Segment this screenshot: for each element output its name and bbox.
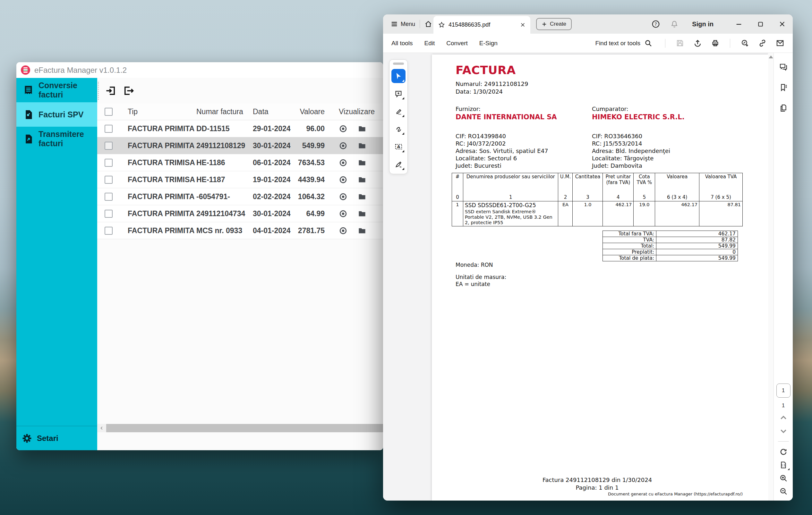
menu-button[interactable]: Menu — [391, 14, 415, 34]
star-icon[interactable] — [438, 22, 445, 28]
table-row[interactable]: FACTURA TRIMISA HE-1186 06-01-2024 7634.… — [97, 154, 383, 171]
link-icon[interactable] — [758, 39, 767, 48]
previous-page-icon[interactable] — [779, 414, 788, 422]
buyer-block: Cumparator: HIMEKO ELECTRIC S.R.L. CIF: … — [592, 105, 685, 169]
bookmarks-panel-icon[interactable] — [779, 83, 788, 92]
eye-icon[interactable] — [339, 192, 347, 201]
bell-icon[interactable] — [670, 20, 678, 28]
next-page-icon[interactable] — [779, 427, 788, 435]
sidebar-item-label: Facturi SPV — [38, 110, 83, 119]
pdf-viewer-window: Menu 4154886635.pdf Create ? Sign in — [383, 14, 793, 501]
print-icon[interactable] — [711, 39, 720, 48]
row-checkbox[interactable] — [105, 227, 113, 235]
folder-icon[interactable] — [358, 192, 367, 201]
table-row[interactable]: FACTURA PRIMITA 249112108129 30-01-2024 … — [97, 137, 383, 154]
pdf-page: FACTURA Numarul: 249112108129 Data: 1/30… — [432, 55, 769, 501]
table-row[interactable]: FACTURA PRIMITA -6054791- 02-02-2024 106… — [97, 188, 383, 205]
totals-row: Total de plata: 549.99 — [603, 255, 738, 261]
help-icon[interactable]: ? — [651, 20, 660, 28]
row-checkbox[interactable] — [105, 159, 113, 167]
draw-tool[interactable] — [392, 122, 406, 136]
add-text-tool[interactable]: A — [392, 140, 406, 154]
sidebar-item-conversie-facturi[interactable]: Conversie facturi — [17, 78, 97, 102]
cell-tip: FACTURA TRIMISA — [128, 158, 196, 167]
page-fit-icon[interactable]: 1:1 — [779, 461, 788, 469]
total-value: 462.17 — [657, 231, 738, 237]
eye-icon[interactable] — [339, 124, 347, 133]
sidebar-item-setari[interactable]: Setari — [17, 426, 97, 450]
horizontal-scrollbar[interactable] — [97, 424, 383, 432]
fill-sign-tool[interactable] — [392, 157, 406, 171]
palette-drag-handle[interactable] — [393, 63, 404, 65]
table-row[interactable]: FACTURA PRIMITA MCS nr. 0933 04-01-2024 … — [97, 222, 383, 239]
supplier-label: Furnizor: — [456, 105, 557, 113]
cell-numar: 249112108129 — [196, 142, 253, 150]
rotate-page-icon[interactable] — [779, 448, 788, 456]
email-icon[interactable] — [776, 39, 784, 48]
supplier-detail-line: CIF: RO14399840 — [456, 132, 557, 140]
row-checkbox[interactable] — [105, 193, 113, 201]
eye-icon[interactable] — [339, 158, 347, 167]
total-value: 549.99 — [657, 255, 738, 261]
eye-icon[interactable] — [339, 142, 347, 150]
page-number-input[interactable]: 1 — [776, 384, 790, 398]
folder-icon[interactable] — [358, 226, 367, 235]
cell-valoare: 64.99 — [294, 209, 325, 218]
table-row[interactable]: FACTURA PRIMITA 249112104734 30-01-2024 … — [97, 205, 383, 222]
row-checkbox[interactable] — [105, 210, 113, 218]
highlight-tool[interactable] — [392, 104, 406, 118]
minimize-icon[interactable] — [735, 21, 743, 28]
toolbar-menu-item[interactable]: Convert — [446, 40, 468, 47]
totals-row: Total fara TVA: 462.17 — [603, 231, 738, 237]
table-row[interactable]: FACTURA PRIMITA DD-11515 29-01-2024 96.0… — [97, 120, 383, 137]
toolbar-menu-item[interactable]: Edit — [425, 40, 435, 47]
create-button[interactable]: Create — [536, 18, 572, 30]
find-text-button[interactable]: Find text or tools — [596, 39, 652, 47]
select-tool[interactable] — [392, 69, 406, 83]
scroll-left-arrow-icon[interactable] — [97, 424, 106, 432]
request-signature-icon[interactable] — [741, 39, 749, 48]
comments-panel-icon[interactable] — [779, 63, 788, 71]
folder-icon[interactable] — [358, 175, 367, 184]
create-label: Create — [550, 21, 566, 27]
tab-close-icon[interactable] — [520, 22, 525, 28]
add-comment-tool[interactable] — [392, 87, 406, 101]
folder-icon[interactable] — [358, 158, 367, 167]
items-header-index: 2 — [559, 194, 571, 200]
home-button[interactable] — [425, 14, 432, 34]
zoom-out-icon[interactable] — [779, 487, 788, 495]
items-header-row: # 0 Denumirea produselor sau serviciilor… — [452, 173, 743, 201]
row-checkbox[interactable] — [105, 176, 113, 184]
efactura-window: eFactura Manager v1.0.1.2 Conversie fact… — [17, 62, 383, 450]
toolbar-menu-item[interactable]: All tools — [392, 40, 413, 47]
close-icon[interactable] — [779, 21, 786, 28]
table-row[interactable]: FACTURA TRIMISA HE-1187 19-01-2024 4439.… — [97, 171, 383, 188]
svg-text:A: A — [397, 145, 400, 149]
folder-icon[interactable] — [358, 124, 367, 133]
sidebar-item-facturi-spv[interactable]: Facturi SPV — [17, 102, 97, 127]
export-icon[interactable] — [123, 85, 135, 96]
zoom-in-icon[interactable] — [779, 474, 788, 482]
folder-icon[interactable] — [358, 209, 367, 218]
scrollbar-thumb[interactable] — [106, 424, 383, 432]
share-upload-icon[interactable] — [693, 39, 702, 48]
document-vertical-scrollbar[interactable] — [768, 53, 774, 501]
document-tab[interactable]: 4154886635.pdf — [433, 16, 530, 34]
toolbar-menu-item[interactable]: E-Sign — [479, 40, 498, 47]
import-icon[interactable] — [105, 85, 116, 96]
sign-in-button[interactable]: Sign in — [692, 21, 714, 28]
pages-panel-icon[interactable] — [779, 103, 788, 113]
eye-icon[interactable] — [339, 226, 347, 235]
efactura-app-icon — [21, 65, 30, 75]
buyer-detail-line: CIF: RO33646360 — [592, 132, 685, 140]
supplier-block: Furnizor: DANTE INTERNATIONAL SA CIF: RO… — [456, 105, 557, 169]
select-all-checkbox[interactable] — [105, 108, 113, 116]
row-checkbox[interactable] — [105, 125, 113, 133]
eye-icon[interactable] — [339, 209, 347, 218]
maximize-icon[interactable] — [757, 21, 764, 28]
sidebar-item-transmitere-facturi[interactable]: Transmitere facturi — [17, 127, 97, 151]
folder-icon[interactable] — [358, 142, 367, 150]
row-checkbox[interactable] — [105, 142, 113, 150]
eye-icon[interactable] — [339, 175, 347, 184]
scroll-up-arrow-icon[interactable] — [769, 56, 773, 58]
